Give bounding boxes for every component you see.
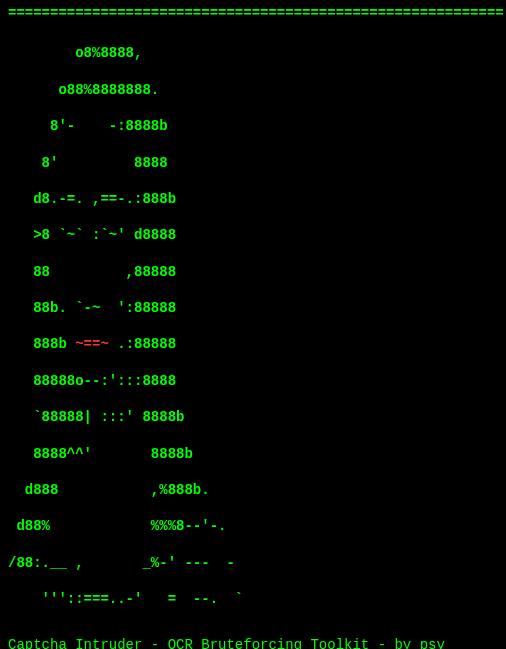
ascii-line: /88:.__ , _%-' --- - bbox=[8, 554, 498, 572]
ascii-line: '''::===..-' = --. ` bbox=[8, 590, 498, 608]
ascii-line: o8%8888, bbox=[8, 44, 498, 62]
ascii-line: d88% %%%8--'-. bbox=[8, 517, 498, 535]
ascii-line: 888b ~==~ .:88888 bbox=[8, 335, 498, 353]
ascii-line: 8888^^' 8888b bbox=[8, 445, 498, 463]
separator-top: ========================================… bbox=[8, 4, 498, 22]
ascii-line: 8' 8888 bbox=[8, 154, 498, 172]
ascii-line: o88%8888888. bbox=[8, 81, 498, 99]
ascii-text: .:88888 bbox=[109, 336, 176, 352]
ascii-line: d8.-=. ,==-.:888b bbox=[8, 190, 498, 208]
ascii-text: 888b bbox=[8, 336, 75, 352]
ascii-line: >8 `~` :`~' d8888 bbox=[8, 226, 498, 244]
ascii-art-banner: o8%8888, o88%8888888. 8'- -:8888b 8' 888… bbox=[8, 26, 498, 626]
ascii-line: 88b. `-~ ':88888 bbox=[8, 299, 498, 317]
ascii-line: `88888| :::' 8888b bbox=[8, 408, 498, 426]
ascii-line: d888 ,%888b. bbox=[8, 481, 498, 499]
ascii-line: 88 ,88888 bbox=[8, 263, 498, 281]
app-title: Captcha Intruder - OCR Bruteforcing Tool… bbox=[8, 636, 498, 649]
ascii-line: 88888o--:':::8888 bbox=[8, 372, 498, 390]
ascii-line: 8'- -:8888b bbox=[8, 117, 498, 135]
ascii-red-text: ~==~ bbox=[75, 336, 109, 352]
